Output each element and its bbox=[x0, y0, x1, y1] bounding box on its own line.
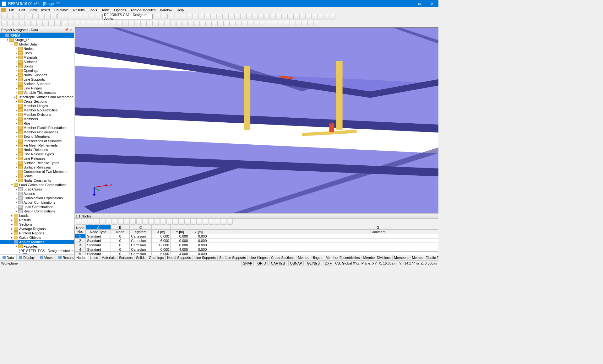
t2-11[interactable] bbox=[63, 21, 68, 26]
tt-2[interactable] bbox=[82, 219, 87, 225]
tt-10[interactable] bbox=[130, 219, 136, 225]
tree-item[interactable]: ▸Line Releases bbox=[0, 156, 74, 161]
tb-c17[interactable] bbox=[264, 14, 270, 19]
tb-b4[interactable] bbox=[45, 14, 51, 19]
tb-b2[interactable] bbox=[33, 14, 39, 19]
tree-item[interactable]: ▸Member Hinges bbox=[0, 104, 74, 108]
tb-c27[interactable] bbox=[324, 14, 329, 19]
t2-53[interactable] bbox=[313, 21, 319, 26]
bottom-tab[interactable]: Line Hinges bbox=[247, 255, 269, 260]
tb-new[interactable] bbox=[1, 14, 7, 19]
tt-16[interactable] bbox=[166, 219, 172, 225]
tree-item[interactable]: ▾Favorites bbox=[0, 244, 74, 249]
tb-b8[interactable] bbox=[83, 14, 88, 19]
tb-c28[interactable] bbox=[330, 14, 335, 19]
tree-item[interactable]: ▸Solids bbox=[0, 64, 74, 68]
bottom-tab[interactable]: Member Eccentricities bbox=[324, 255, 361, 260]
tree-item[interactable]: ▸Nodal Constraints bbox=[0, 178, 74, 183]
t2-36[interactable] bbox=[212, 21, 218, 26]
tree-item[interactable]: RFEM bbox=[0, 33, 74, 38]
tb-c7[interactable] bbox=[204, 14, 210, 19]
tb-c26[interactable] bbox=[318, 14, 323, 19]
tt-14[interactable] bbox=[154, 219, 160, 225]
bottom-tab[interactable]: Nodal Supports bbox=[165, 255, 193, 260]
t2-17[interactable] bbox=[99, 21, 104, 26]
tree-item[interactable]: ▸Surface Release Types bbox=[0, 161, 74, 165]
tt-24[interactable] bbox=[227, 219, 233, 225]
menu-calculate[interactable]: Calculate bbox=[52, 8, 71, 13]
tt-7[interactable] bbox=[112, 219, 117, 225]
menu-table[interactable]: Table bbox=[99, 8, 112, 13]
tb-c1[interactable] bbox=[169, 14, 174, 19]
t2-1[interactable] bbox=[1, 21, 7, 26]
t2-44[interactable] bbox=[260, 21, 265, 26]
t2-45[interactable] bbox=[266, 21, 271, 26]
t2-22[interactable] bbox=[128, 21, 134, 26]
t2-48[interactable] bbox=[284, 21, 289, 26]
tt-18[interactable] bbox=[178, 219, 184, 225]
bottom-tab[interactable]: Solids bbox=[134, 255, 147, 260]
tb-c10[interactable] bbox=[222, 14, 228, 19]
tt-12[interactable] bbox=[142, 219, 148, 225]
tree-item[interactable]: ▸Nodes bbox=[0, 46, 74, 51]
t2-19[interactable] bbox=[111, 21, 116, 26]
t2-26[interactable] bbox=[152, 21, 158, 26]
menu-window[interactable]: Window bbox=[158, 8, 174, 13]
tree-item[interactable]: ▸Line Release Types bbox=[0, 152, 74, 156]
tree-item[interactable]: ▸FE Mesh Refinements bbox=[0, 143, 74, 147]
tt-9[interactable] bbox=[124, 219, 130, 225]
tt-8[interactable] bbox=[118, 219, 124, 225]
t2-37[interactable] bbox=[218, 21, 224, 26]
bottom-tab[interactable]: Surfaces bbox=[117, 255, 134, 260]
tree-item[interactable]: ▸Openings bbox=[0, 68, 74, 73]
tree-item[interactable]: ▸Line Hinges bbox=[0, 86, 74, 90]
tree-item[interactable]: ▸Guide Objects bbox=[0, 235, 74, 240]
bottom-tab[interactable]: Member Elastic Foundations bbox=[410, 255, 438, 260]
tb-b10[interactable] bbox=[95, 14, 100, 19]
bottom-tab[interactable]: Member Divisions bbox=[361, 255, 392, 260]
tb-redo[interactable] bbox=[65, 14, 70, 19]
tb-c21[interactable] bbox=[288, 14, 294, 19]
pin-icon[interactable]: 📌 bbox=[65, 28, 68, 32]
nav-tab-data[interactable]: Data bbox=[0, 255, 17, 260]
tb-c20[interactable] bbox=[282, 14, 288, 19]
t2-28[interactable] bbox=[164, 21, 170, 26]
tree-item[interactable]: ▸Member Elastic Foundations bbox=[0, 126, 74, 130]
tb-undo[interactable] bbox=[59, 14, 64, 19]
tb-c6[interactable] bbox=[198, 14, 204, 19]
t2-49[interactable] bbox=[290, 21, 295, 26]
tree-item[interactable]: ▸Member Divisions bbox=[0, 112, 74, 117]
tt-6[interactable] bbox=[106, 219, 111, 225]
bottom-tab[interactable]: Openings bbox=[147, 255, 166, 260]
tb-c5[interactable] bbox=[193, 14, 198, 19]
t2-3[interactable] bbox=[13, 21, 19, 26]
tb-save[interactable] bbox=[13, 14, 19, 19]
tree-item[interactable]: ▸Ribs bbox=[0, 121, 74, 126]
tt-4[interactable] bbox=[94, 219, 100, 225]
nav-tab-display[interactable]: Display bbox=[17, 255, 37, 260]
t2-46[interactable] bbox=[272, 21, 277, 26]
tree-item[interactable]: ▾Model Data bbox=[0, 42, 74, 46]
t2-52[interactable] bbox=[307, 21, 313, 26]
tree-item[interactable]: ▸Joints bbox=[0, 174, 74, 178]
tree-item[interactable]: ▸Loads bbox=[0, 213, 74, 218]
tb-c13[interactable] bbox=[240, 14, 246, 19]
tb-c25[interactable] bbox=[312, 14, 318, 19]
tt-1[interactable] bbox=[76, 219, 81, 225]
t2-5[interactable] bbox=[25, 21, 31, 26]
t2-18[interactable] bbox=[105, 21, 110, 26]
tree-item[interactable]: ▸Sets of Members bbox=[0, 134, 74, 139]
tb-c16[interactable] bbox=[258, 14, 264, 19]
t2-12[interactable] bbox=[69, 21, 74, 26]
tb-open[interactable] bbox=[7, 14, 13, 19]
tree-item[interactable]: ▸Orthotropic Surfaces and Membranes bbox=[0, 95, 74, 99]
t2-24[interactable] bbox=[140, 21, 146, 26]
sb-glines[interactable]: GLINES bbox=[306, 261, 321, 265]
menu-results[interactable]: Results bbox=[71, 8, 87, 13]
tree-item[interactable]: ▸Combination Expressions bbox=[0, 196, 74, 200]
t2-33[interactable] bbox=[194, 21, 200, 26]
tree-item[interactable]: ▸Action Combinations bbox=[0, 200, 74, 205]
3d-viewport[interactable]: X bbox=[75, 27, 438, 213]
tt-13[interactable] bbox=[148, 219, 154, 225]
tb-c22[interactable] bbox=[294, 14, 300, 19]
